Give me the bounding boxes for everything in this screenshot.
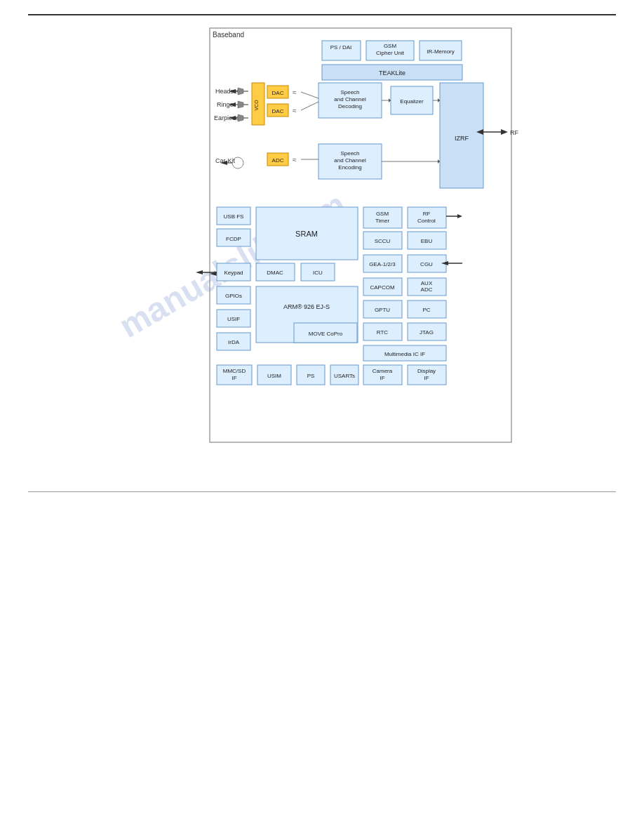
svg-text:USIM: USIM xyxy=(267,373,281,379)
svg-text:Decoding: Decoding xyxy=(338,103,362,110)
svg-text:IF: IF xyxy=(380,375,384,381)
svg-text:RTC: RTC xyxy=(377,329,389,336)
svg-text:DAC: DAC xyxy=(272,90,284,96)
svg-text:PS / DAI: PS / DAI xyxy=(330,44,352,51)
svg-text:AUX: AUX xyxy=(421,280,433,286)
svg-text:JTAG: JTAG xyxy=(420,329,434,336)
svg-text:FCDP: FCDP xyxy=(226,236,241,242)
svg-text:PC: PC xyxy=(422,307,430,313)
svg-text:RF: RF xyxy=(510,129,518,136)
svg-text:≈: ≈ xyxy=(293,107,297,114)
svg-text:GPTU: GPTU xyxy=(375,307,390,313)
svg-line-39 xyxy=(301,102,318,110)
svg-text:Keypad: Keypad xyxy=(224,270,243,276)
svg-text:≈: ≈ xyxy=(293,88,297,96)
svg-text:SRAM: SRAM xyxy=(295,230,318,238)
svg-text:GSM: GSM xyxy=(376,211,389,217)
svg-text:IrDA: IrDA xyxy=(228,339,240,345)
svg-text:DAC: DAC xyxy=(272,108,284,114)
svg-marker-32 xyxy=(501,129,508,135)
svg-text:ARM® 926 EJ-S: ARM® 926 EJ-S xyxy=(283,303,330,310)
top-rule xyxy=(28,14,616,15)
svg-marker-137 xyxy=(196,270,203,274)
svg-text:GEA-1/2/3: GEA-1/2/3 xyxy=(369,261,396,267)
svg-text:GPIOs: GPIOs xyxy=(225,293,242,299)
svg-text:ICU: ICU xyxy=(313,270,323,276)
svg-text:Control: Control xyxy=(417,218,436,224)
svg-marker-50 xyxy=(238,88,243,95)
svg-text:Baseband: Baseband xyxy=(213,31,244,39)
svg-text:USB FS: USB FS xyxy=(224,213,244,220)
bottom-rule xyxy=(28,491,616,492)
svg-text:IF: IF xyxy=(424,375,429,381)
svg-text:CAPCOM: CAPCOM xyxy=(370,284,394,291)
svg-marker-54 xyxy=(238,101,243,108)
svg-text:EBU: EBU xyxy=(421,238,433,244)
svg-text:and Channel: and Channel xyxy=(334,96,366,102)
svg-text:SCCU: SCCU xyxy=(375,238,391,244)
svg-text:MOVE CoPro: MOVE CoPro xyxy=(309,331,343,337)
svg-line-38 xyxy=(301,92,318,98)
svg-text:≈: ≈ xyxy=(293,156,297,164)
diagram-wrapper: Baseband PS / DAI GSM Cipher Unit IR-Mem… xyxy=(119,21,525,477)
svg-marker-58 xyxy=(238,114,243,121)
svg-text:PS: PS xyxy=(307,373,315,379)
svg-text:CGU: CGU xyxy=(420,261,433,267)
svg-text:IF: IF xyxy=(232,375,236,381)
svg-text:Encoding: Encoding xyxy=(338,164,361,171)
svg-text:VCO: VCO xyxy=(254,100,259,111)
svg-text:DMAC: DMAC xyxy=(267,270,283,276)
block-diagram: Baseband PS / DAI GSM Cipher Unit IR-Mem… xyxy=(119,21,525,477)
svg-text:USARTs: USARTs xyxy=(334,373,355,379)
svg-text:Cipher Unit: Cipher Unit xyxy=(376,50,405,56)
svg-marker-77 xyxy=(457,214,462,218)
svg-text:Equalizer: Equalizer xyxy=(400,98,424,105)
svg-text:RF: RF xyxy=(423,211,431,217)
svg-text:MMC/SD: MMC/SD xyxy=(223,368,246,374)
svg-text:Multimedia IC IF: Multimedia IC IF xyxy=(384,351,425,357)
svg-text:and Channel: and Channel xyxy=(334,157,366,164)
page-container: manualslib.com Baseband PS / DAI GSM Cip… xyxy=(0,0,644,834)
svg-text:Speech: Speech xyxy=(340,89,359,95)
svg-text:ADC: ADC xyxy=(272,157,284,164)
svg-text:IZRF: IZRF xyxy=(455,135,469,142)
svg-text:Speech: Speech xyxy=(340,150,359,157)
svg-text:IR-Memory: IR-Memory xyxy=(427,48,455,55)
svg-text:Display: Display xyxy=(417,368,436,374)
svg-text:Camera: Camera xyxy=(373,368,393,374)
svg-text:Timer: Timer xyxy=(375,218,389,224)
svg-text:ADC: ADC xyxy=(421,286,433,293)
svg-text:GSM: GSM xyxy=(384,43,397,49)
svg-text:USIF: USIF xyxy=(227,316,240,322)
svg-text:TEAKLite: TEAKLite xyxy=(379,70,405,77)
